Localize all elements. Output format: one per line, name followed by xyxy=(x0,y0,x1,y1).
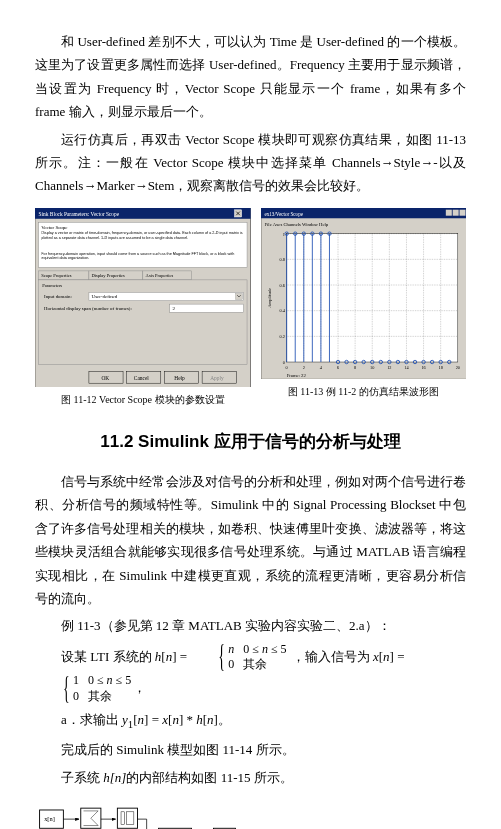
horizontal-span-input[interactable] xyxy=(170,304,244,312)
dialog-desc-2: For frequency-domain operation, input sh… xyxy=(41,251,244,260)
horizontal-span-label: Horizontal display span (number of frame… xyxy=(44,305,132,310)
svg-text:Cancel: Cancel xyxy=(134,374,149,380)
simulink-model-11-14: x[n] x[n] h[n] h[n] Sum Buffer1 Buffer2 … xyxy=(35,799,273,829)
minimize-icon[interactable] xyxy=(445,209,451,215)
vector-scope-plot: ex13/Vector Scope File Axes Channels Win… xyxy=(261,208,466,379)
svg-text:12: 12 xyxy=(387,365,391,370)
svg-text:Apply: Apply xyxy=(210,374,224,380)
svg-text:OK: OK xyxy=(101,374,109,380)
cancel-button[interactable]: Cancel xyxy=(127,371,161,383)
svg-rect-85 xyxy=(117,808,137,828)
plot-ylabel: Amplitude xyxy=(267,288,272,308)
paragraph-6: 子系统 h[n]的内部结构如图 11-15 所示。 xyxy=(35,766,466,789)
ok-button[interactable]: OK xyxy=(89,371,123,383)
formula-system: 设某 LTI 系统的 h[n] = n 0 ≤ n ≤ 5 0 其余 ，输入信号… xyxy=(35,642,466,704)
svg-text:20: 20 xyxy=(455,365,459,370)
svg-text:10: 10 xyxy=(370,365,374,370)
apply-button[interactable]: Apply xyxy=(202,371,236,383)
dialog-desc-1: Display a vector or matrix of time-domai… xyxy=(41,230,244,239)
svg-text:6: 6 xyxy=(337,365,339,370)
caption-11-12: 图 11-12 Vector Scope 模块的参数设置 xyxy=(35,391,251,409)
svg-text:16: 16 xyxy=(421,365,425,370)
plot-menu[interactable]: File Axes Channels Window Help xyxy=(264,222,328,227)
figures-row-1: Sink Block Parameters: Vector Scope Vect… xyxy=(35,208,466,410)
paragraph-2: 运行仿真后，再双击 Vector Scope 模块即可观察仿真结果，如图 11-… xyxy=(35,128,466,198)
dialog-heading: Vector Scope xyxy=(41,224,68,229)
example-11-3: 例 11-3（参见第 12 章 MATLAB 实验内容实验二、2.a）： xyxy=(35,614,466,637)
svg-text:2: 2 xyxy=(302,365,304,370)
help-button[interactable]: Help xyxy=(164,371,198,383)
caption-11-13: 图 11-13 例 11-2 的仿真结果波形图 xyxy=(261,383,466,401)
plot-title: ex13/Vector Scope xyxy=(264,210,303,216)
section-title-11-2: 11.2 Simulink 应用于信号的分析与处理 xyxy=(35,427,466,458)
figure-11-14: x[n] x[n] h[n] h[n] Sum Buffer1 Buffer2 … xyxy=(35,799,273,829)
plot-xlabel: Frame: 22 xyxy=(286,372,306,377)
dialog-screenshot: Sink Block Parameters: Vector Scope Vect… xyxy=(35,208,251,388)
svg-text:0: 0 xyxy=(282,359,284,364)
chevron-down-icon[interactable] xyxy=(235,293,242,299)
figure-11-15: Signal 1 Signal Builder 5 1 Out1 图 11-15… xyxy=(283,799,466,829)
svg-text:Help: Help xyxy=(174,374,185,380)
paragraph-3: 信号与系统中经常会涉及对信号的分析和处理，例如对两个信号进行卷积、分析信号的频域… xyxy=(35,470,466,610)
close-icon[interactable] xyxy=(459,209,465,215)
figures-row-2: x[n] x[n] h[n] h[n] Sum Buffer1 Buffer2 … xyxy=(35,799,466,829)
dialog-title: Sink Block Parameters: Vector Scope xyxy=(39,211,120,217)
svg-text:18: 18 xyxy=(438,365,442,370)
paragraph-1: 和 User-defined 差别不大，可以认为 Time 是 User-def… xyxy=(35,30,466,124)
question-a: a．求输出 y1[n] = x[n] * h[n]。 xyxy=(35,708,466,734)
svg-text:Scope Properties: Scope Properties xyxy=(41,273,72,278)
maximize-icon[interactable] xyxy=(452,209,458,215)
parameters-label: Parameters xyxy=(42,283,62,288)
svg-text:x[n]: x[n] xyxy=(44,815,55,822)
svg-text:8: 8 xyxy=(354,365,356,370)
svg-text:User-defined: User-defined xyxy=(92,294,118,299)
input-domain-label: Input domain: xyxy=(44,294,72,299)
svg-text:Axis Properties: Axis Properties xyxy=(146,273,174,278)
svg-text:0: 0 xyxy=(285,365,287,370)
figure-11-12: Sink Block Parameters: Vector Scope Vect… xyxy=(35,208,251,410)
svg-text:0.4: 0.4 xyxy=(279,308,285,313)
simulink-model-11-15: Signal 1 Signal Builder 5 1 Out1 xyxy=(283,799,466,829)
svg-text:1: 1 xyxy=(282,232,284,237)
svg-text:0.2: 0.2 xyxy=(279,334,284,339)
paragraph-5: 完成后的 Simulink 模型如图 11-14 所示。 xyxy=(35,738,466,761)
figure-11-13: ex13/Vector Scope File Axes Channels Win… xyxy=(261,208,466,410)
svg-text:0.8: 0.8 xyxy=(279,257,284,262)
svg-text:Display Properties: Display Properties xyxy=(92,273,126,278)
svg-text:0.6: 0.6 xyxy=(279,282,284,287)
